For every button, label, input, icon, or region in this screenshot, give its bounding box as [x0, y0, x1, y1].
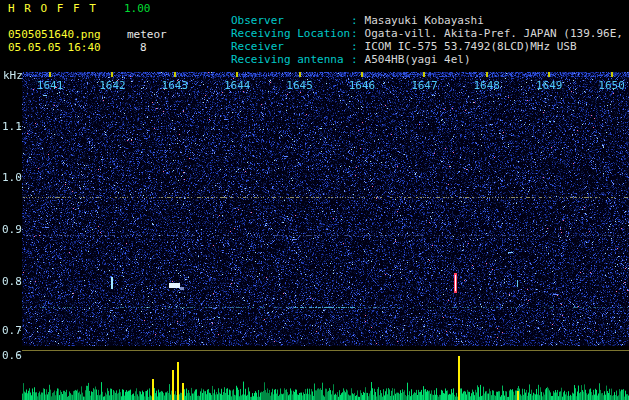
- info-value: ICOM IC-575 53.7492(8LCD)MHz USB: [358, 40, 577, 53]
- info-label: Receiver: [231, 41, 351, 53]
- info-colon: :: [351, 27, 358, 40]
- info-label: Receiving Location: [231, 28, 351, 40]
- signal-level-canvas: [22, 352, 629, 400]
- freq-tick-label: 1.0: [2, 172, 22, 184]
- panel-separator: [22, 350, 629, 351]
- freq-tick-mark: [18, 281, 21, 282]
- station-info: Observer:Masayuki Kobayashi Receiving Lo…: [178, 3, 629, 55]
- info-row-observer: Observer:Masayuki Kobayashi: [178, 3, 629, 16]
- freq-tick-label: 1.1: [2, 121, 22, 133]
- info-colon: :: [351, 53, 358, 66]
- hrofft-window: H R O F F T 1.00 0505051640.png meteor 8…: [0, 0, 629, 400]
- freq-tick-label: 0.7: [2, 325, 22, 337]
- freq-tick-mark: [18, 126, 21, 127]
- freq-tick-mark: [18, 330, 21, 331]
- output-filename: 0505051640.png: [8, 29, 101, 41]
- info-label: Observer: [231, 15, 351, 27]
- freq-axis-unit: kHz: [3, 70, 23, 82]
- app-title: H R O F F T: [8, 3, 97, 15]
- datetime-label: 05.05.05 16:40: [8, 42, 101, 54]
- freq-tick-mark: [18, 177, 21, 178]
- info-label: Receiving antenna: [231, 54, 351, 66]
- mode-label: meteor: [127, 29, 167, 41]
- info-value: A504HB(yagi 4el): [358, 53, 471, 66]
- freq-tick-label: 0.9: [2, 224, 22, 236]
- freq-tick-label: 0.6: [2, 350, 22, 362]
- app-version: 1.00: [124, 3, 151, 15]
- freq-tick-label: 0.8: [2, 276, 22, 288]
- echo-count: 8: [140, 42, 147, 54]
- info-colon: :: [351, 14, 358, 27]
- info-colon: :: [351, 40, 358, 53]
- info-value: Ogata-vill. Akita-Pref. JAPAN (139.96E, …: [358, 27, 629, 40]
- freq-tick-mark: [18, 355, 21, 356]
- spectrogram-canvas: [22, 72, 629, 346]
- info-value: Masayuki Kobayashi: [358, 14, 484, 27]
- freq-tick-mark: [18, 229, 21, 230]
